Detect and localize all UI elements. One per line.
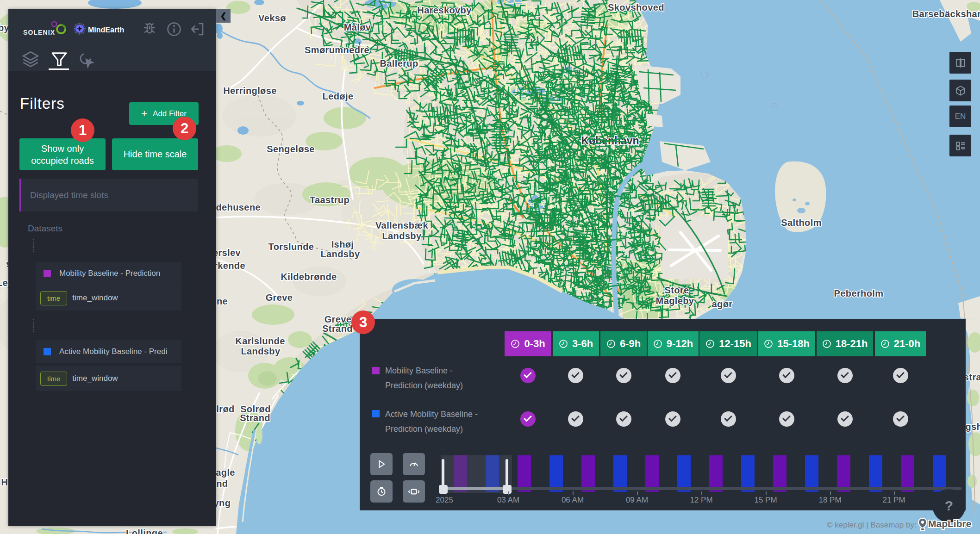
svg-text:edehusene: edehusene bbox=[211, 202, 261, 212]
svg-text:Smørumnedre: Smørumnedre bbox=[305, 45, 369, 55]
svg-text:agør: agør bbox=[712, 299, 733, 309]
svg-text:Kildebrønde: Kildebrønde bbox=[281, 272, 337, 282]
svg-text:erslev: erslev bbox=[213, 248, 241, 258]
svg-text:Taastrup: Taastrup bbox=[310, 195, 350, 205]
svg-text:Magleby: Magleby bbox=[656, 296, 694, 306]
svg-text:stra: stra bbox=[964, 372, 980, 382]
svg-text:rkende: rkende bbox=[214, 261, 245, 271]
svg-text:Barsebäcksham: Barsebäcksham bbox=[912, 9, 980, 19]
svg-text:Greve: Greve bbox=[325, 314, 352, 324]
svg-text:Strand: Strand bbox=[322, 323, 353, 334]
svg-text:Lollinge: Lollinge bbox=[126, 528, 163, 534]
svg-text:Greve: Greve bbox=[266, 292, 293, 303]
svg-text:Saltholm: Saltholm bbox=[781, 217, 822, 228]
svg-text:Ishøj: Ishøj bbox=[331, 239, 354, 249]
svg-text:Vallensbæk: Vallensbæk bbox=[375, 220, 429, 230]
svg-text:Strand: Strand bbox=[240, 413, 270, 423]
svg-text:Landsby: Landsby bbox=[320, 249, 360, 259]
svg-text:Ledøje: Ledøje bbox=[323, 91, 354, 101]
svg-text:H: H bbox=[1, 477, 8, 487]
svg-text:Store: Store bbox=[664, 285, 689, 295]
svg-text:Landsby: Landsby bbox=[382, 231, 422, 241]
svg-text:lrød: lrød bbox=[216, 404, 234, 414]
svg-text:ne: ne bbox=[217, 296, 228, 306]
svg-text:Peberholm: Peberholm bbox=[834, 288, 884, 298]
svg-text:Hareskovby: Hareskovby bbox=[417, 5, 472, 15]
svg-text:Skovshoved: Skovshoved bbox=[608, 2, 664, 12]
svg-text:MapLibre: MapLibre bbox=[928, 518, 971, 529]
svg-text:Ballerup: Ballerup bbox=[380, 58, 418, 68]
svg-text:Herringløse: Herringløse bbox=[223, 86, 277, 96]
svg-text:Måløv: Måløv bbox=[344, 22, 371, 32]
svg-text:Landsby: Landsby bbox=[241, 346, 281, 356]
svg-text:Torslunde: Torslunde bbox=[268, 242, 314, 252]
svg-text:Veksø: Veksø bbox=[258, 13, 286, 23]
svg-text:Karlslunde: Karlslunde bbox=[235, 336, 285, 346]
svg-text:Sengeløse: Sengeløse bbox=[267, 144, 315, 154]
